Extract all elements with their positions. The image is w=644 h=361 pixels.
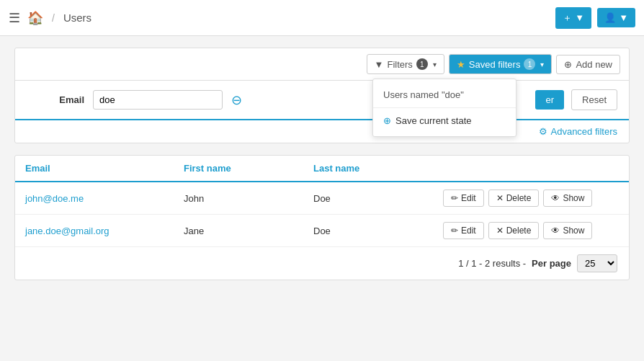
cell-email-2[interactable]: jane.doe@gmail.org bbox=[15, 218, 174, 244]
col-header-firstname[interactable]: First name bbox=[174, 156, 303, 181]
per-page-label: Per page bbox=[532, 258, 571, 269]
show-button-2[interactable]: 👁 Show bbox=[543, 222, 592, 239]
cell-email-1[interactable]: john@doe.me bbox=[15, 186, 174, 211]
advanced-filters-button[interactable]: ⚙ Advanced filters bbox=[539, 126, 618, 137]
apply-filter-button[interactable]: er bbox=[535, 90, 564, 110]
saved-filters-label: Saved filters bbox=[469, 59, 521, 70]
pencil-icon: ✏ bbox=[451, 193, 458, 203]
filters-badge: 1 bbox=[416, 58, 428, 70]
delete-label: Delete bbox=[506, 193, 532, 203]
filter-bar-top: ▼ Filters 1 ▾ ★ Saved filters 1 ▾ ⊕ Add … bbox=[15, 48, 629, 81]
user-button[interactable]: 👤 ▼ bbox=[597, 8, 635, 27]
page-title: Users bbox=[63, 12, 91, 24]
add-button[interactable]: ＋ ▼ bbox=[555, 7, 591, 29]
table-row: jane.doe@gmail.org Jane Doe ✏ Edit ✕ Del… bbox=[15, 215, 629, 247]
per-page-select[interactable]: 25 50 100 bbox=[577, 254, 617, 272]
cell-lastname-1: Doe bbox=[303, 186, 433, 211]
add-new-button[interactable]: ⊕ Add new bbox=[556, 55, 620, 74]
add-btn-caret: ▼ bbox=[575, 12, 584, 23]
save-state-label: Save current state bbox=[395, 115, 472, 126]
pencil-icon-2: ✏ bbox=[451, 226, 458, 236]
delete-label-2: Delete bbox=[506, 226, 532, 236]
edit-label: Edit bbox=[461, 193, 476, 203]
cell-firstname-1: John bbox=[174, 186, 303, 211]
dropdown-saved-item[interactable]: Users named "doe" bbox=[373, 85, 516, 104]
advanced-filters-row: ⚙ Advanced filters bbox=[15, 120, 629, 143]
email-filter-label: Email bbox=[27, 94, 84, 105]
filter-icon: ▼ bbox=[375, 59, 384, 70]
user-icon: 👤 bbox=[604, 12, 616, 23]
edit-button-1[interactable]: ✏ Edit bbox=[443, 190, 484, 207]
pagination-info: 1 / 1 - 2 results - bbox=[458, 258, 526, 269]
col-header-email[interactable]: Email bbox=[15, 156, 174, 181]
col-header-actions bbox=[433, 156, 629, 181]
show-label: Show bbox=[563, 193, 584, 203]
advanced-filters-label: Advanced filters bbox=[551, 126, 618, 137]
times-icon: ✕ bbox=[496, 193, 504, 203]
delete-button-2[interactable]: ✕ Delete bbox=[488, 222, 540, 239]
cell-actions-2: ✏ Edit ✕ Delete 👁 Show bbox=[433, 215, 629, 246]
filters-button[interactable]: ▼ Filters 1 ▾ bbox=[367, 54, 444, 74]
eye-icon: 👁 bbox=[551, 193, 560, 203]
pagination-row: 1 / 1 - 2 results - Per page 25 50 100 bbox=[15, 247, 629, 280]
user-btn-caret: ▼ bbox=[619, 12, 628, 23]
home-icon[interactable]: 🏠 bbox=[27, 10, 43, 26]
table-container: Email First name Last name john@doe.me J… bbox=[14, 155, 630, 280]
filter-row: Email ⊖ er Reset bbox=[15, 81, 629, 120]
dropdown-save-state[interactable]: ⊕ Save current state bbox=[373, 111, 516, 130]
cell-actions-1: ✏ Edit ✕ Delete 👁 Show bbox=[433, 182, 629, 214]
saved-filters-caret: ▾ bbox=[540, 61, 544, 68]
table-row: john@doe.me John Doe ✏ Edit ✕ Delete 👁 S… bbox=[15, 182, 629, 215]
edit-button-2[interactable]: ✏ Edit bbox=[443, 222, 484, 239]
saved-filters-badge: 1 bbox=[524, 58, 535, 70]
main-content: ▼ Filters 1 ▾ ★ Saved filters 1 ▾ ⊕ Add … bbox=[0, 36, 644, 292]
eye-icon-2: 👁 bbox=[551, 226, 560, 236]
saved-filters-button[interactable]: ★ Saved filters 1 ▾ bbox=[449, 54, 553, 74]
cell-firstname-2: Jane bbox=[174, 218, 303, 244]
show-button-1[interactable]: 👁 Show bbox=[543, 190, 592, 207]
saved-item-label: Users named "doe" bbox=[383, 89, 464, 100]
email-filter-input[interactable] bbox=[93, 90, 223, 110]
remove-filter-button[interactable]: ⊖ bbox=[231, 94, 242, 107]
filter-actions-right: er Reset bbox=[535, 89, 617, 110]
saved-filters-dropdown: Users named "doe" ⊕ Save current state bbox=[372, 79, 516, 137]
star-icon: ★ bbox=[457, 59, 465, 70]
hamburger-icon[interactable]: ☰ bbox=[9, 10, 20, 26]
delete-button-1[interactable]: ✕ Delete bbox=[488, 190, 540, 207]
cell-lastname-2: Doe bbox=[303, 218, 433, 244]
col-header-lastname[interactable]: Last name bbox=[303, 156, 433, 181]
times-icon-2: ✕ bbox=[496, 226, 504, 236]
filters-caret: ▾ bbox=[433, 61, 437, 68]
add-new-icon: ⊕ bbox=[564, 59, 572, 70]
edit-label-2: Edit bbox=[461, 226, 476, 236]
dropdown-divider bbox=[373, 107, 516, 108]
reset-filter-button[interactable]: Reset bbox=[571, 89, 617, 110]
table-header: Email First name Last name bbox=[15, 156, 629, 182]
add-new-label: Add new bbox=[576, 59, 612, 70]
topnav-right: ＋ ▼ 👤 ▼ bbox=[555, 7, 635, 29]
topnav: ☰ 🏠 / Users ＋ ▼ 👤 ▼ bbox=[0, 0, 644, 36]
plus-icon: ＋ bbox=[563, 12, 572, 24]
filters-label: Filters bbox=[387, 59, 412, 70]
filter-bar: ▼ Filters 1 ▾ ★ Saved filters 1 ▾ ⊕ Add … bbox=[14, 48, 630, 143]
gear-icon: ⚙ bbox=[539, 126, 547, 137]
breadcrumb-separator: / bbox=[52, 12, 55, 24]
plus-circle-icon: ⊕ bbox=[383, 115, 391, 126]
show-label-2: Show bbox=[563, 226, 584, 236]
